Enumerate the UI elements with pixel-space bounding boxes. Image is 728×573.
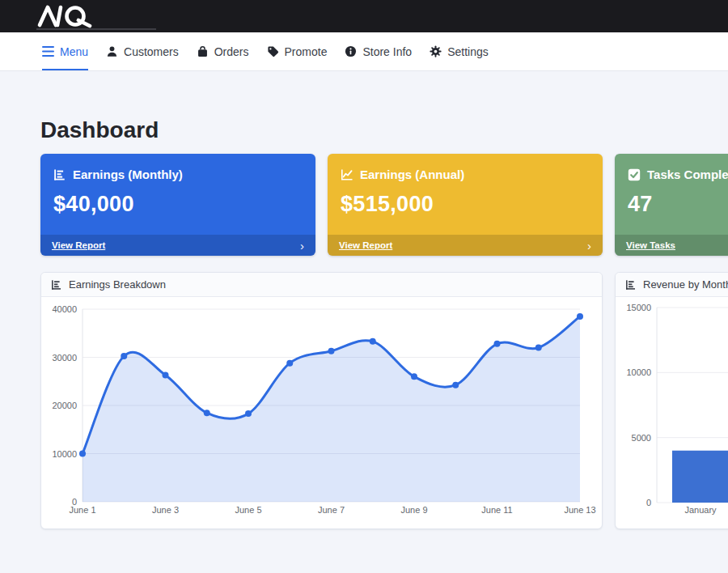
bar-chart-icon: [51, 279, 62, 291]
nav-item-label: Menu: [60, 45, 88, 58]
svg-text:June 11: June 11: [481, 505, 512, 515]
bag-icon: [197, 45, 209, 57]
line-chart: 010000200003000040000June 1June 3June 5J…: [41, 297, 602, 528]
nav-item-orders[interactable]: Orders: [197, 32, 249, 70]
svg-text:15000: 15000: [626, 303, 651, 312]
info-icon: [345, 45, 357, 57]
card-earnings-annual: Earnings (Annual) $515,000 View Report ›: [328, 154, 603, 256]
nav-item-label: Promote: [285, 45, 328, 58]
svg-text:June 13: June 13: [564, 505, 595, 515]
bar-chart: 050001000015000January: [616, 297, 728, 528]
card-title: Earnings (Monthly): [73, 168, 183, 181]
view-tasks-link[interactable]: View Tasks: [626, 240, 675, 250]
panel-header: Revenue by Month: [616, 273, 728, 297]
card-tasks-completed: Tasks Completed 47 View Tasks ›: [615, 154, 728, 256]
nav-item-label: Store Info: [362, 45, 412, 58]
chevron-right-icon[interactable]: ›: [587, 240, 591, 252]
view-report-link[interactable]: View Report: [52, 240, 105, 250]
svg-text:June 9: June 9: [400, 505, 427, 515]
svg-text:June 1: June 1: [69, 505, 95, 515]
panel-title: Earnings Breakdown: [69, 278, 166, 291]
tag-icon: [267, 45, 279, 57]
page-title: Dashboard: [40, 117, 728, 144]
card-header: Earnings (Annual): [328, 154, 603, 181]
nav-item-label: Customers: [124, 45, 179, 58]
top-header-bar: [0, 0, 728, 32]
logo-aiq: [36, 4, 111, 28]
chart-panels-row: Earnings Breakdown 010000200003000040000…: [40, 272, 728, 529]
nav-item-settings[interactable]: Settings: [430, 32, 489, 70]
stat-cards-row: Earnings (Monthly) $40,000 View Report ›…: [40, 154, 728, 256]
hamburger-icon: [42, 46, 54, 57]
card-footer: View Tasks ›: [615, 235, 728, 256]
card-header: Earnings (Monthly): [40, 154, 315, 181]
line-chart-icon: [341, 168, 353, 181]
card-title: Tasks Completed: [647, 168, 728, 181]
nav-item-menu[interactable]: Menu: [42, 32, 88, 70]
svg-text:40000: 40000: [52, 304, 77, 314]
logo-underline: [36, 28, 156, 30]
user-icon: [106, 45, 118, 57]
svg-text:June 5: June 5: [235, 505, 261, 515]
svg-text:10000: 10000: [626, 367, 651, 377]
svg-text:June 3: June 3: [152, 505, 179, 515]
panel-earnings-breakdown: Earnings Breakdown 010000200003000040000…: [40, 272, 603, 529]
svg-text:20000: 20000: [52, 401, 77, 410]
panel-header: Earnings Breakdown: [41, 273, 602, 297]
svg-text:5000: 5000: [632, 433, 651, 443]
card-title: Earnings (Annual): [360, 168, 464, 181]
bar-chart-icon: [625, 279, 637, 291]
card-footer: View Report ›: [328, 235, 603, 256]
svg-text:10000: 10000: [52, 449, 77, 459]
main-nav: Menu Customers Orders Promote Store Info: [0, 32, 728, 71]
checkbox-icon: [628, 168, 641, 181]
svg-text:January: January: [684, 505, 717, 515]
nav-item-store-info[interactable]: Store Info: [345, 32, 412, 70]
svg-text:30000: 30000: [52, 353, 77, 363]
nav-item-promote[interactable]: Promote: [267, 32, 328, 70]
panel-title: Revenue by Month: [643, 278, 728, 291]
card-earnings-monthly: Earnings (Monthly) $40,000 View Report ›: [40, 154, 315, 256]
chevron-right-icon[interactable]: ›: [300, 240, 304, 252]
page-content: Dashboard Earnings (Monthly) $40,000 Vie…: [0, 71, 728, 529]
panel-revenue-by-month: Revenue by Month 050001000015000January: [615, 272, 728, 529]
nav-item-customers[interactable]: Customers: [106, 32, 179, 70]
svg-text:June 7: June 7: [318, 505, 345, 515]
nav-item-label: Settings: [447, 45, 489, 58]
card-value: $515,000: [328, 192, 603, 217]
view-report-link[interactable]: View Report: [339, 240, 392, 250]
svg-text:0: 0: [646, 498, 651, 507]
bar-chart-icon: [53, 168, 66, 181]
card-value: $40,000: [40, 192, 315, 217]
gear-icon: [430, 45, 442, 57]
card-value: 47: [615, 192, 728, 217]
card-footer: View Report ›: [40, 235, 315, 256]
card-header: Tasks Completed: [615, 154, 728, 181]
nav-item-label: Orders: [214, 45, 249, 58]
